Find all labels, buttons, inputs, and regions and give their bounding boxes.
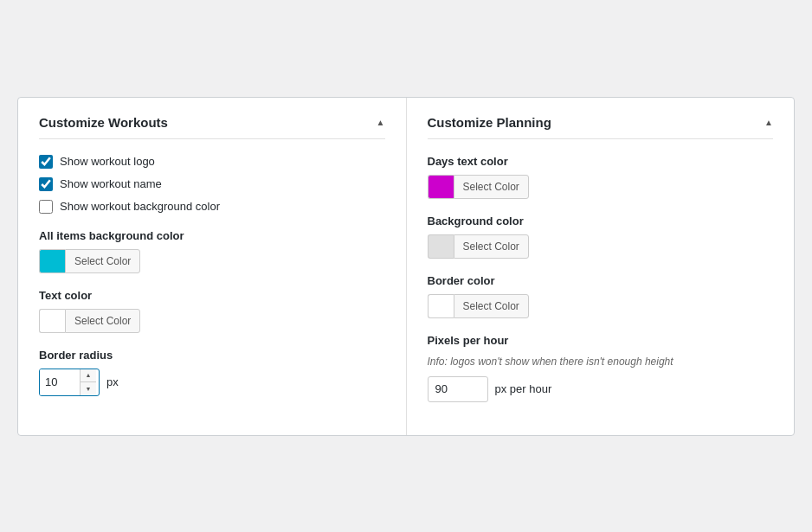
pixels-per-hour-section: Pixels per hour Info: logos won't show w… [428,334,774,402]
text-color-swatch[interactable] [39,309,65,333]
days-text-color-button[interactable]: Select Color [454,175,529,199]
pixels-per-hour-input[interactable] [428,376,488,402]
show-name-label: Show workout name [60,177,162,190]
pixels-per-hour-unit: px per hour [495,382,552,395]
background-color-section: Background color Select Color [428,215,774,259]
text-color-label: Text color [39,289,385,302]
border-radius-input-wrapper: ▲ ▼ [39,369,100,396]
border-color-section: Border color Select Color [428,274,774,318]
border-radius-input[interactable] [40,369,80,395]
all-items-bg-color-label: All items background color [39,229,385,242]
checkboxes-section: Show workout logo Show workout name Show… [39,155,385,214]
checkbox-row-logo: Show workout logo [39,155,385,169]
all-items-bg-color-button[interactable]: Select Color [65,249,140,273]
show-bg-color-checkbox[interactable] [39,200,53,214]
days-text-color-section: Days text color Select Color [428,155,774,199]
background-color-button[interactable]: Select Color [454,234,529,259]
text-color-picker: Select Color [39,309,385,333]
right-panel-title: Customize Planning [428,115,551,130]
show-logo-label: Show workout logo [60,155,155,168]
left-panel-collapse-icon[interactable]: ▲ [377,118,385,127]
right-panel-collapse-icon[interactable]: ▲ [764,118,773,127]
days-text-color-swatch[interactable] [428,175,454,199]
checkbox-row-name: Show workout name [39,177,385,191]
border-radius-section: Border radius ▲ ▼ px [39,349,385,396]
border-radius-up-button[interactable]: ▲ [81,369,96,382]
background-color-swatch[interactable] [428,234,454,259]
days-text-color-picker: Select Color [428,175,774,199]
right-panel-header: Customize Planning ▲ [428,115,774,139]
show-bg-color-label: Show workout background color [60,200,220,213]
text-color-section: Text color Select Color [39,289,385,333]
border-radius-spinner: ▲ ▼ [80,369,96,395]
border-color-button[interactable]: Select Color [454,294,529,318]
text-color-button[interactable]: Select Color [65,309,140,333]
days-text-color-label: Days text color [428,155,774,168]
border-color-picker: Select Color [428,294,774,318]
left-panel-title: Customize Workouts [39,115,168,130]
pixels-per-hour-info: Info: logos won't show when there isn't … [428,354,774,369]
show-logo-checkbox[interactable] [39,155,53,169]
border-radius-down-button[interactable]: ▼ [81,382,96,395]
left-panel-header: Customize Workouts ▲ [39,115,385,139]
background-color-label: Background color [428,215,774,228]
border-radius-label: Border radius [39,349,385,362]
all-items-bg-color-section: All items background color Select Color [39,229,385,273]
border-radius-unit: px [106,375,119,388]
checkbox-row-bg-color: Show workout background color [39,200,385,214]
all-items-bg-color-swatch[interactable] [39,249,65,273]
right-panel: Customize Planning ▲ Days text color Sel… [407,98,795,435]
main-container: Customize Workouts ▲ Show workout logo S… [17,97,795,436]
left-panel: Customize Workouts ▲ Show workout logo S… [18,98,407,435]
pixels-per-hour-label: Pixels per hour [428,334,774,347]
background-color-picker: Select Color [428,234,774,259]
show-name-checkbox[interactable] [39,177,53,191]
border-color-label: Border color [428,274,774,287]
border-radius-row: ▲ ▼ px [39,369,385,396]
all-items-bg-color-picker: Select Color [39,249,385,273]
pixels-per-hour-row: px per hour [428,376,774,402]
border-color-swatch[interactable] [428,294,454,318]
